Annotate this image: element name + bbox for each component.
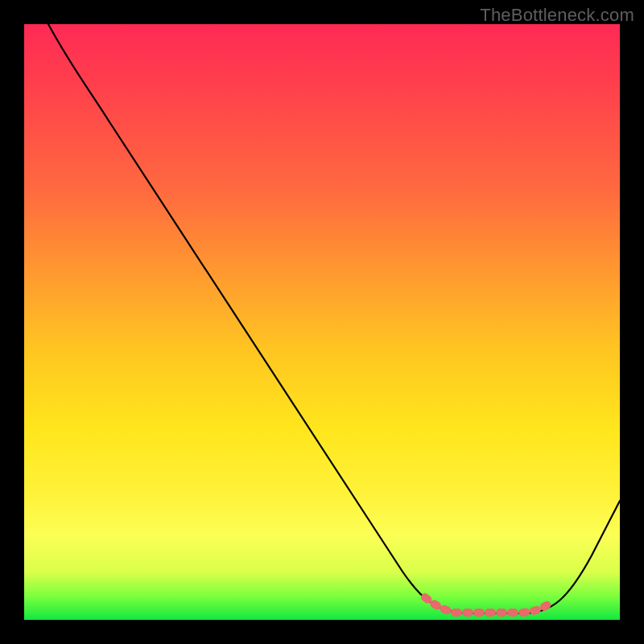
chart-frame: TheBottleneck.com <box>0 0 644 644</box>
curve-layer <box>24 24 620 620</box>
trough-highlight <box>425 597 549 613</box>
plot-area <box>24 24 620 620</box>
watermark-text: TheBottleneck.com <box>480 5 634 26</box>
bottleneck-curve <box>48 24 620 613</box>
